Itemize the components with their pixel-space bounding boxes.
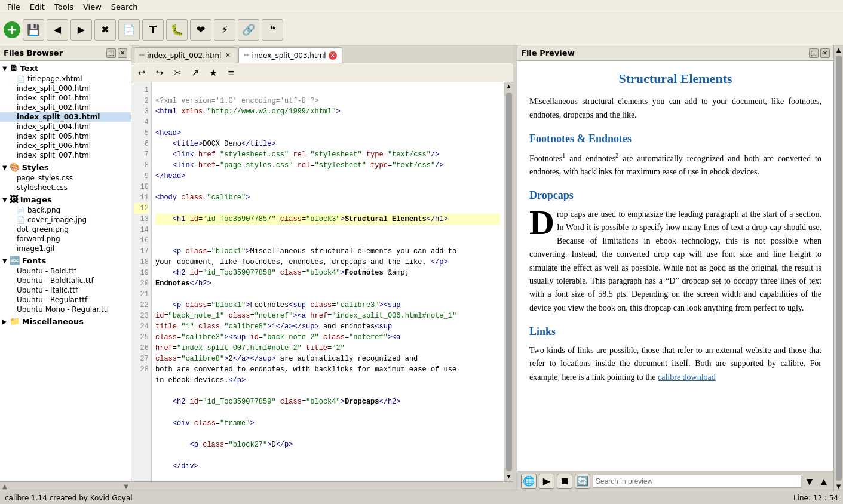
bookmark-button[interactable]: ★ (206, 66, 221, 80)
format-button[interactable]: ≡ (223, 66, 239, 80)
quote-button[interactable]: ❝ (262, 19, 283, 41)
section-fonts: ▼ 🔤 Fonts Ubuntu - Bold.ttf Ubuntu - Bol… (0, 254, 131, 314)
tree-item-stylesheet[interactable]: stylesheet.css (0, 183, 131, 192)
search-down-arrow[interactable]: ▼ (804, 474, 816, 488)
heart-button[interactable]: ❤ (190, 19, 211, 41)
tree-item-split003[interactable]: index_split_003.html (0, 112, 131, 122)
tree-item-ubuntu-mono[interactable]: Ubuntu Mono - Regular.ttf (0, 305, 131, 314)
preview-links-para: Two kinds of links are possible, those t… (529, 344, 821, 384)
tree-item-back-png[interactable]: 📄 back.png (0, 205, 131, 215)
tree-item-ubuntu-bold[interactable]: Ubuntu - Bold.ttf (0, 266, 131, 276)
preview-scroll-up[interactable]: ▲ (835, 45, 842, 54)
status-left: calibre 1.14 created by Kovid Goyal (5, 494, 133, 502)
search-up-arrow[interactable]: ▲ (818, 474, 830, 488)
file-preview: File Preview ⬚ ✕ Structural Elements Mis… (517, 45, 833, 491)
search-preview-input[interactable] (593, 475, 801, 488)
tree-item-split000[interactable]: index_split_000.html (0, 84, 131, 93)
editor-toolbar: ↩ ↪ ✂ ↗ ★ ≡ (131, 63, 513, 82)
preview-links-link[interactable]: calibre download (658, 373, 716, 382)
file-icon: 📄 (17, 75, 25, 83)
tree-item-split006[interactable]: index_split_006.html (0, 141, 131, 150)
tab-split002-label: index_split_002.html (147, 51, 221, 60)
panel-float-btn[interactable]: ⬚ (106, 48, 116, 58)
save-button[interactable]: 💾 (23, 19, 44, 41)
misc-section-icon: 📁 (10, 316, 20, 326)
tab-split003[interactable]: ✏ index_split_003.html ✕ (238, 47, 342, 63)
chevron-down-icon: ▼ (2, 196, 7, 203)
tree-item-titlepage[interactable]: 📄 titlepage.xhtml (0, 74, 131, 84)
section-text-header[interactable]: ▼ 🗎 Text (0, 62, 131, 74)
code-content[interactable]: <?xml version='1.0' encoding='utf-8'?> <… (152, 82, 504, 481)
preview-controls: ⬚ ✕ (809, 48, 830, 58)
section-images-header[interactable]: ▼ 🖼 Images (0, 193, 131, 205)
tab-close-split002[interactable]: ✕ (223, 51, 232, 60)
redo-button[interactable]: ↪ (152, 66, 167, 80)
menu-edit[interactable]: Edit (25, 1, 50, 13)
preview-play-btn[interactable]: ▶ (539, 474, 554, 489)
editor-vscrollbar[interactable]: ▲ ▼ (504, 82, 513, 481)
undo-button[interactable]: ↩ (134, 66, 149, 80)
section-misc-header[interactable]: ▶ 📁 Miscellaneous (0, 315, 131, 327)
editor-hscrollbar[interactable] (131, 481, 513, 491)
section-fonts-header[interactable]: ▼ 🔤 Fonts (0, 254, 131, 266)
tree-item-dot-green[interactable]: dot_green.png (0, 225, 131, 234)
preview-title: File Preview (521, 48, 575, 57)
menu-view[interactable]: View (78, 1, 106, 13)
preview-back-btn[interactable]: 🌐 (521, 474, 537, 489)
file-tree-hscroll: ▲ ▼ (0, 481, 131, 491)
tree-item-split007[interactable]: index_split_007.html (0, 150, 131, 160)
tab-split002[interactable]: ✏ index_split_002.html ✕ (134, 47, 237, 63)
main-area: Files Browser ⬚ ✕ ▼ 🗎 Text 📄 titlepage.x… (0, 45, 843, 491)
delete-button[interactable]: ✖ (94, 19, 116, 41)
tab-split003-label: index_split_003.html (252, 51, 326, 60)
panel-close-btn[interactable]: ✕ (118, 48, 127, 58)
menu-file[interactable]: File (2, 1, 25, 13)
chevron-right-icon: ▶ (2, 318, 7, 325)
tree-item-ubuntu-italic[interactable]: Ubuntu - Italic.ttf (0, 285, 131, 295)
section-text: ▼ 🗎 Text 📄 titlepage.xhtml index_split_0… (0, 62, 131, 160)
preview-h2-footnotes: Footnotes & Endnotes (529, 130, 821, 147)
code-editor: 1 2 3 4 5 6 7 8 9 10 11 12 13 14 16 17 1… (131, 82, 513, 481)
text-button[interactable]: T (142, 19, 164, 41)
tree-item-split005[interactable]: index_split_005.html (0, 131, 131, 141)
menubar: File Edit Tools View Search (0, 0, 843, 14)
new-file-button[interactable]: 📄 (118, 19, 140, 41)
forward-button[interactable]: ▶ (70, 19, 92, 41)
menu-tools[interactable]: Tools (50, 1, 78, 13)
section-styles-header[interactable]: ▼ 🎨 Styles (0, 161, 131, 173)
image-file-icon: 📄 (17, 216, 25, 224)
preview-close-btn[interactable]: ✕ (820, 48, 830, 58)
scroll-thumb[interactable] (506, 93, 512, 471)
styles-section-icon: 🎨 (10, 162, 20, 172)
go-to-button[interactable]: ↗ (188, 66, 203, 80)
scroll-up-btn[interactable]: ▲ (505, 82, 511, 91)
menu-search[interactable]: Search (106, 1, 143, 13)
cut-button[interactable]: ✂ (170, 66, 185, 80)
tree-item-page-styles[interactable]: page_styles.css (0, 173, 131, 183)
tree-item-ubuntu-regular[interactable]: Ubuntu - Regular.ttf (0, 295, 131, 305)
bug-button[interactable]: 🐛 (166, 19, 188, 41)
tree-item-split002[interactable]: index_split_002.html (0, 103, 131, 112)
preview-stop-btn[interactable]: ⏹ (557, 474, 572, 489)
preview-float-btn[interactable]: ⬚ (809, 48, 819, 58)
tree-item-cover-jpg[interactable]: 📄 cover_image.jpg (0, 215, 131, 225)
add-button[interactable]: + (4, 21, 20, 38)
tree-item-image1-gif[interactable]: image1.gif (0, 244, 131, 253)
tree-item-split004[interactable]: index_split_004.html (0, 122, 131, 131)
edit-icon: ✏ (139, 51, 145, 59)
status-bar: calibre 1.14 created by Kovid Goyal Line… (0, 491, 843, 504)
panel-controls: ⬚ ✕ (106, 48, 127, 58)
link-button[interactable]: 🔗 (238, 19, 259, 41)
preview-scroll-thumb[interactable] (836, 56, 842, 481)
preview-vscrollbar[interactable]: ▲ ▼ (833, 45, 843, 491)
preview-dropcap-para: D rop caps are used to emphasize the lea… (529, 208, 821, 315)
preview-scroll-down[interactable]: ▼ (835, 482, 842, 491)
tree-item-ubuntu-bolditalic[interactable]: Ubuntu - BoldItalic.ttf (0, 276, 131, 285)
tab-close-split003[interactable]: ✕ (329, 51, 337, 60)
tree-item-split001[interactable]: index_split_001.html (0, 93, 131, 103)
lightning-button[interactable]: ⚡ (214, 19, 235, 41)
scroll-down-btn[interactable]: ▼ (505, 472, 511, 481)
back-button[interactable]: ◀ (47, 19, 68, 41)
preview-refresh-btn[interactable]: 🔄 (575, 474, 590, 489)
tree-item-forward-png[interactable]: forward.png (0, 234, 131, 244)
